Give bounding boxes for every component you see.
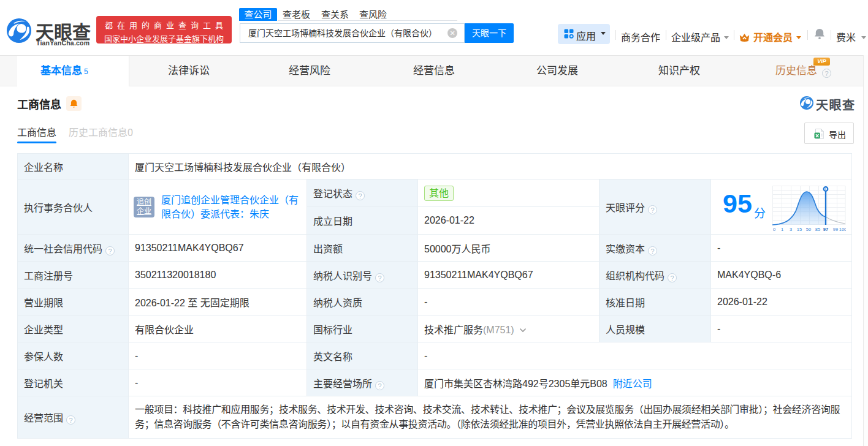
svg-text:99: 99: [833, 227, 838, 232]
svg-text:97: 97: [823, 227, 828, 232]
svg-text:3: 3: [790, 227, 792, 232]
svg-text:50: 50: [806, 227, 811, 232]
svg-text:1: 1: [781, 227, 783, 232]
svg-text:85: 85: [815, 227, 820, 232]
svg-text:100: 100: [839, 227, 846, 232]
svg-text:0: 0: [773, 227, 775, 232]
svg-text:15: 15: [797, 227, 802, 232]
